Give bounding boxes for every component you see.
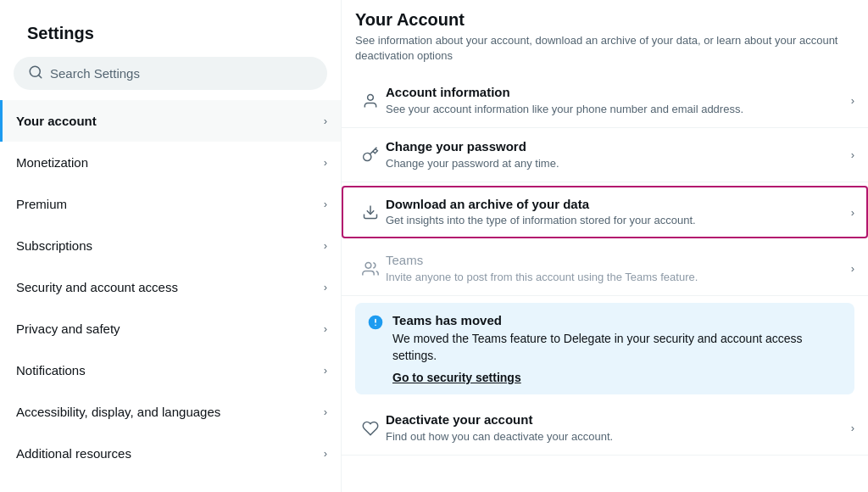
settings-item-download-archive[interactable]: Download an archive of your data Get ins… xyxy=(342,186,868,239)
sidebar-item-accessibility[interactable]: Accessibility, display, and languages › xyxy=(0,391,341,433)
search-placeholder: Search Settings xyxy=(50,66,140,81)
download-icon xyxy=(355,204,386,221)
sidebar-item-label: Subscriptions xyxy=(16,238,92,253)
chevron-right-icon: › xyxy=(851,262,854,275)
deactivate-desc: Find out how you can deactivate your acc… xyxy=(386,429,844,444)
go-to-security-settings-link[interactable]: Go to security settings xyxy=(392,371,843,384)
chevron-right-icon: › xyxy=(324,364,327,377)
deactivate-title: Deactivate your account xyxy=(386,411,844,428)
sidebar-item-label: Accessibility, display, and languages xyxy=(16,405,220,419)
chevron-right-icon: › xyxy=(324,322,327,335)
search-bar[interactable]: Search Settings xyxy=(14,57,327,90)
sidebar-item-privacy[interactable]: Privacy and safety › xyxy=(0,308,341,349)
sidebar-item-security[interactable]: Security and account access › xyxy=(0,266,341,308)
download-archive-desc: Get insights into the type of informatio… xyxy=(386,213,844,228)
change-password-title: Change your password xyxy=(386,138,844,155)
sidebar-item-premium[interactable]: Premium › xyxy=(0,183,341,225)
sidebar-item-monetization[interactable]: Monetization › xyxy=(0,142,341,183)
sidebar-nav: Your account › Monetization › Premium › … xyxy=(0,100,341,474)
group-icon xyxy=(355,260,386,277)
key-icon xyxy=(355,146,386,163)
heart-icon xyxy=(355,420,386,437)
main-content: Your Account See information about your … xyxy=(342,0,868,492)
chevron-right-icon: › xyxy=(851,148,854,161)
sidebar-item-label: Privacy and safety xyxy=(16,321,120,336)
account-info-text: Account information See your account inf… xyxy=(386,84,844,117)
chevron-right-icon: › xyxy=(324,198,327,210)
chevron-right-icon: › xyxy=(324,156,327,169)
sidebar-item-label: Premium xyxy=(16,197,67,211)
page-subtitle: See information about your account, down… xyxy=(355,33,854,70)
chevron-right-icon: › xyxy=(851,94,854,107)
settings-list: Account information See your account inf… xyxy=(342,74,868,296)
settings-item-account-info[interactable]: Account information See your account inf… xyxy=(342,74,868,128)
main-header: Your Account See information about your … xyxy=(342,0,868,74)
teams-moved-banner: Teams has moved We moved the Teams featu… xyxy=(355,303,854,394)
sidebar-item-label: Notifications xyxy=(16,363,86,377)
account-info-desc: See your account information like your p… xyxy=(386,102,844,117)
sidebar: Settings Search Settings Your account › … xyxy=(0,0,342,492)
person-icon xyxy=(355,92,386,109)
banner-text: We moved the Teams feature to Delegate i… xyxy=(392,331,843,364)
chevron-right-icon: › xyxy=(324,405,327,418)
svg-line-1 xyxy=(38,75,41,77)
settings-list-bottom: Deactivate your account Find out how you… xyxy=(342,401,868,456)
sidebar-item-label: Your account xyxy=(16,114,97,128)
sidebar-item-your-account[interactable]: Your account › xyxy=(0,100,341,142)
sidebar-title: Settings xyxy=(14,14,327,50)
teams-title: Teams xyxy=(386,252,844,269)
settings-item-change-password[interactable]: Change your password Change your passwor… xyxy=(342,128,868,182)
banner-title: Teams has moved xyxy=(392,313,843,327)
download-archive-title: Download an archive of your data xyxy=(386,196,844,213)
change-password-desc: Change your password at any time. xyxy=(386,156,844,171)
search-bar-container: Search Settings xyxy=(0,50,341,100)
sidebar-item-additional[interactable]: Additional resources › xyxy=(0,433,341,474)
teams-desc: Invite anyone to post from this account … xyxy=(386,270,844,285)
download-archive-text: Download an archive of your data Get ins… xyxy=(386,196,844,229)
chevron-right-icon: › xyxy=(324,115,327,127)
sidebar-item-label: Monetization xyxy=(16,155,88,170)
account-info-title: Account information xyxy=(386,84,844,101)
sidebar-item-label: Additional resources xyxy=(16,446,131,461)
info-icon xyxy=(367,314,384,384)
banner-body: Teams has moved We moved the Teams featu… xyxy=(392,313,843,384)
change-password-text: Change your password Change your passwor… xyxy=(386,138,844,171)
svg-point-4 xyxy=(365,262,371,268)
page-title: Your Account xyxy=(355,10,854,30)
sidebar-item-notifications[interactable]: Notifications › xyxy=(0,349,341,391)
chevron-right-icon: › xyxy=(851,422,854,434)
teams-text: Teams Invite anyone to post from this ac… xyxy=(386,252,844,285)
settings-item-deactivate[interactable]: Deactivate your account Find out how you… xyxy=(342,401,868,456)
chevron-right-icon: › xyxy=(324,447,327,460)
settings-item-teams[interactable]: Teams Invite anyone to post from this ac… xyxy=(342,242,868,296)
sidebar-item-subscriptions[interactable]: Subscriptions › xyxy=(0,225,341,266)
chevron-right-icon: › xyxy=(851,206,854,219)
deactivate-text: Deactivate your account Find out how you… xyxy=(386,411,844,444)
chevron-right-icon: › xyxy=(324,239,327,252)
search-icon xyxy=(28,64,43,82)
svg-point-2 xyxy=(368,94,374,100)
sidebar-item-label: Security and account access xyxy=(16,280,178,294)
chevron-right-icon: › xyxy=(324,281,327,294)
